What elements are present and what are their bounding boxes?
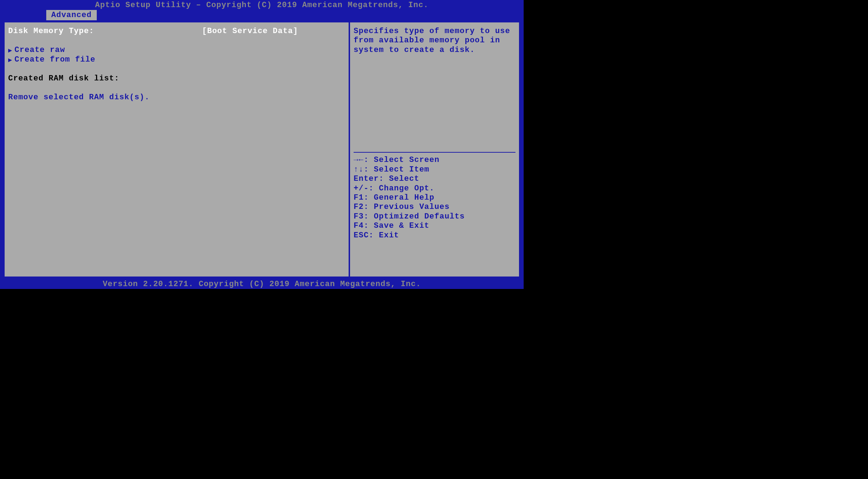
settings-panel: Disk Memory Type: [Boot Service Data] ▶ … <box>4 21 349 278</box>
key-symbol: F4 <box>354 221 364 231</box>
key-label: : Exit <box>369 231 399 240</box>
bios-container: Aptio Setup Utility – Copyright (C) 2019… <box>0 0 524 289</box>
key-symbol: +/- <box>354 184 369 193</box>
key-select: Enter : Select <box>354 174 515 184</box>
key-label: : Previous Values <box>364 202 449 212</box>
setting-value: [Boot Service Data] <box>202 27 298 36</box>
key-exit: ESC : Exit <box>354 231 515 240</box>
key-symbol: F2 <box>354 202 364 212</box>
menu-create-raw[interactable]: ▶ Create raw <box>8 46 345 54</box>
submenu-arrow-icon: ▶ <box>8 46 12 54</box>
main-area: Disk Memory Type: [Boot Service Data] ▶ … <box>4 21 520 278</box>
key-label: : Select Screen <box>364 156 439 165</box>
footer-version: Version 2.20.1271. Copyright (C) 2019 Am… <box>0 279 524 289</box>
remove-ram-disk-action[interactable]: Remove selected RAM disk(s). <box>8 93 345 102</box>
key-symbol: ESC <box>354 231 369 240</box>
key-change-opt: +/- : Change Opt. <box>354 184 515 193</box>
tab-strip: Advanced <box>0 10 524 20</box>
spacer <box>8 84 345 93</box>
divider <box>354 152 515 153</box>
submenu-arrow-icon: ▶ <box>8 56 12 64</box>
menu-label: Create from file <box>15 55 95 64</box>
key-label: : Optimized Defaults <box>364 212 465 221</box>
key-label: : Change Opt. <box>369 184 435 193</box>
key-help-list: →← : Select Screen ↑↓ : Select Item Ente… <box>354 156 515 240</box>
key-save-exit: F4 : Save & Exit <box>354 221 515 231</box>
key-optimized-defaults: F3 : Optimized Defaults <box>354 212 515 221</box>
key-label: : Save & Exit <box>364 221 429 231</box>
key-label: : Select <box>379 174 419 184</box>
key-label: : General Help <box>364 193 434 202</box>
key-previous-values: F2 : Previous Values <box>354 202 515 212</box>
tab-advanced[interactable]: Advanced <box>46 10 97 20</box>
setting-label: Disk Memory Type: <box>8 27 202 36</box>
key-label: : Select Item <box>364 165 429 174</box>
spacer <box>8 65 345 74</box>
spacer <box>8 36 345 46</box>
ram-disk-list-header: Created RAM disk list: <box>8 74 345 83</box>
disk-memory-type-row[interactable]: Disk Memory Type: [Boot Service Data] <box>8 27 345 36</box>
help-panel: Specifies type of memory to use from ava… <box>349 21 520 278</box>
header-title: Aptio Setup Utility – Copyright (C) 2019… <box>0 0 524 10</box>
spacer <box>354 240 515 272</box>
key-symbol: F1 <box>354 193 364 202</box>
spacer <box>354 55 515 149</box>
key-symbol: →← <box>354 156 364 165</box>
key-symbol: F3 <box>354 212 364 221</box>
menu-create-from-file[interactable]: ▶ Create from file <box>8 55 345 64</box>
help-description: Specifies type of memory to use from ava… <box>354 27 515 55</box>
key-general-help: F1 : General Help <box>354 193 515 202</box>
key-symbol: Enter <box>354 174 379 184</box>
menu-label: Create raw <box>15 46 65 54</box>
key-symbol: ↑↓ <box>354 165 364 174</box>
key-select-screen: →← : Select Screen <box>354 156 515 165</box>
key-select-item: ↑↓ : Select Item <box>354 165 515 174</box>
